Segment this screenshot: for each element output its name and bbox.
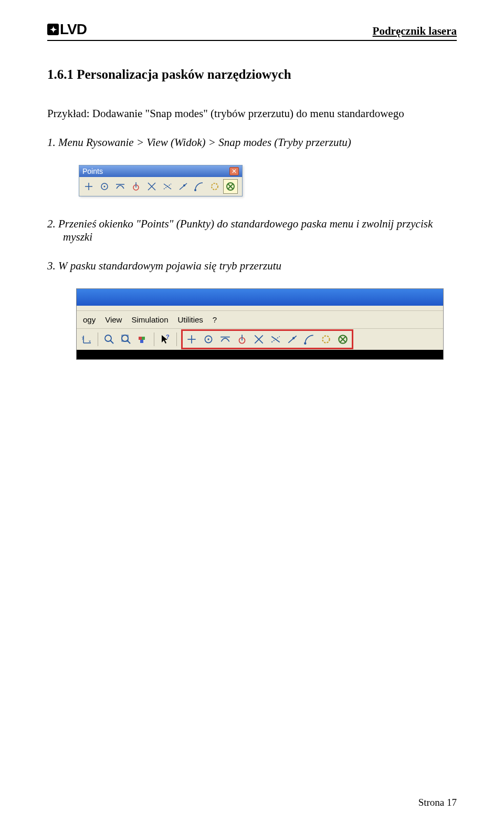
svg-point-34 <box>207 338 209 340</box>
snap-intersection-icon[interactable] <box>144 179 159 194</box>
svg-line-42 <box>288 336 296 342</box>
logo: ✦ LVD <box>47 21 87 38</box>
zoom-extents-icon[interactable] <box>118 332 134 347</box>
snap-tangent-icon[interactable] <box>113 179 128 194</box>
separator <box>154 332 154 346</box>
snap-center-icon[interactable] <box>201 332 216 347</box>
svg-point-44 <box>304 342 306 345</box>
close-icon[interactable]: ✕ <box>229 167 239 175</box>
snap-intersection-icon[interactable] <box>251 332 267 347</box>
svg-line-25 <box>127 340 130 344</box>
points-title: Points <box>82 167 103 175</box>
logo-text: LVD <box>60 21 87 38</box>
svg-rect-27 <box>139 337 142 340</box>
points-icon-row <box>79 177 242 196</box>
snap-none-icon[interactable] <box>223 179 238 194</box>
toolbar-row: yx ? <box>77 329 443 350</box>
svg-point-12 <box>183 184 185 186</box>
logo-icon: ✦ <box>47 24 59 35</box>
page-header: ✦ LVD Podręcznik lasera <box>47 21 457 41</box>
window-titlebar <box>77 289 443 306</box>
points-titlebar[interactable]: Points ✕ <box>79 165 242 177</box>
snap-center-icon[interactable] <box>97 179 112 194</box>
svg-point-14 <box>212 183 218 190</box>
separator <box>176 332 177 346</box>
svg-line-23 <box>110 340 113 344</box>
section-heading: 1.6.1 Personalizacja pasków narzędziowyc… <box>47 67 457 82</box>
snap-none-icon[interactable] <box>335 332 351 347</box>
snap-nearest-icon[interactable] <box>285 332 300 347</box>
document-title: Podręcznik lasera <box>373 25 457 38</box>
step-2-line2: myszki <box>63 231 457 244</box>
snap-apparent-icon[interactable] <box>268 332 284 347</box>
page-footer: Strona 17 <box>418 797 457 808</box>
step-2-line1: 2. Przenieś okienko "Points" (Punkty) do… <box>47 217 433 230</box>
intro-text: Przykład: Dodawanie "Snap modes" (trybów… <box>47 107 457 120</box>
menu-item[interactable]: Utilities <box>177 315 203 324</box>
menu-item[interactable]: ? <box>213 315 217 324</box>
menu-item[interactable]: ogy <box>83 315 96 324</box>
svg-point-13 <box>194 189 196 191</box>
menu-row: ogy View Simulation Utilities ? <box>77 311 443 329</box>
separator <box>98 332 98 346</box>
svg-text:x: x <box>89 339 91 344</box>
snap-nearest-icon[interactable] <box>176 179 191 194</box>
snap-tangent-icon[interactable] <box>217 332 233 347</box>
snap-apparent-icon[interactable] <box>160 179 175 194</box>
svg-point-3 <box>104 186 106 188</box>
step-1: 1. Menu Rysowanie > View (Widok) > Snap … <box>47 136 457 149</box>
coord-tool-icon[interactable]: yx <box>79 332 94 347</box>
snap-perpendicular-icon[interactable] <box>129 179 143 194</box>
snap-quadrant-icon[interactable] <box>301 332 317 347</box>
svg-rect-28 <box>142 337 145 340</box>
snap-endpoint-icon[interactable] <box>81 179 96 194</box>
spacer-bar <box>77 306 443 311</box>
svg-line-11 <box>180 183 187 190</box>
palette-icon[interactable] <box>135 332 151 347</box>
menu-item[interactable]: View <box>105 315 122 324</box>
snap-node-icon[interactable] <box>318 332 334 347</box>
snap-endpoint-icon[interactable] <box>184 332 200 347</box>
step-2: 2. Przenieś okienko "Points" (Punkty) do… <box>47 217 457 244</box>
svg-text:?: ? <box>166 334 170 340</box>
snap-quadrant-icon[interactable] <box>192 179 206 194</box>
snap-perpendicular-icon[interactable] <box>234 332 250 347</box>
snap-modes-group-highlight <box>181 329 353 349</box>
svg-point-45 <box>322 336 329 342</box>
svg-point-43 <box>292 337 295 339</box>
help-pointer-icon[interactable]: ? <box>158 332 173 347</box>
snap-node-icon[interactable] <box>207 179 222 194</box>
svg-rect-29 <box>140 340 143 343</box>
zoom-in-icon[interactable] <box>101 332 117 347</box>
menubar-screenshot: ogy View Simulation Utilities ? yx ? <box>76 288 444 360</box>
menu-item[interactable]: Simulation <box>131 315 168 324</box>
step-3: 3. W pasku standardowym pojawia się tryb… <box>47 259 457 273</box>
points-toolbar-window[interactable]: Points ✕ <box>79 165 243 196</box>
canvas-edge <box>77 350 443 359</box>
